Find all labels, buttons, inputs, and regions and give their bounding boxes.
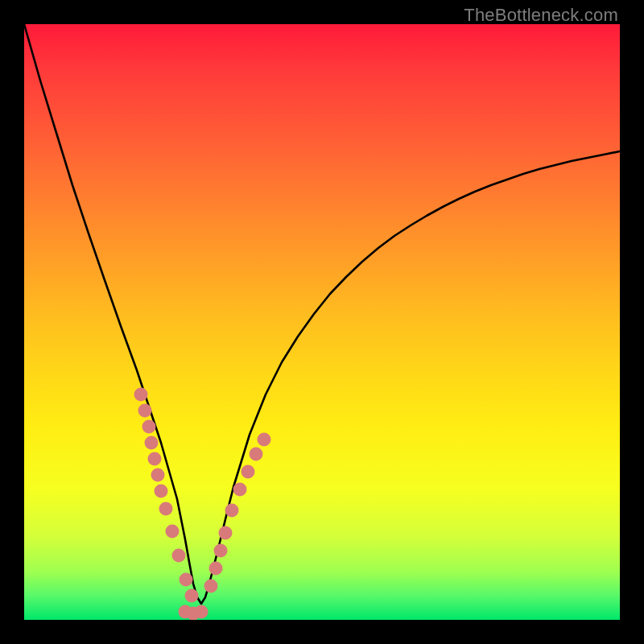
dot: [138, 404, 152, 418]
dot: [166, 525, 180, 539]
plot-area: [24, 24, 620, 620]
dot: [142, 420, 156, 434]
chart-svg: [24, 24, 620, 620]
dots-left: [134, 388, 199, 603]
dot: [250, 448, 263, 461]
dot: [172, 549, 186, 563]
dot: [148, 452, 162, 466]
dot: [195, 605, 208, 619]
dot: [258, 433, 271, 447]
dots-bottom: [179, 605, 208, 621]
dot: [204, 580, 218, 593]
dot: [219, 526, 233, 540]
dot: [209, 562, 223, 576]
bottleneck-curve: [24, 24, 620, 604]
watermark-text: TheBottleneck.com: [464, 5, 618, 26]
dot: [134, 388, 148, 402]
dot: [225, 504, 239, 518]
dot: [233, 483, 247, 497]
dot: [151, 469, 165, 482]
dot: [145, 436, 159, 450]
dots-right: [204, 433, 271, 593]
dot: [214, 544, 228, 558]
dot: [155, 485, 168, 498]
dot: [159, 502, 173, 516]
dot: [180, 573, 193, 587]
chart-frame: TheBottleneck.com: [0, 0, 644, 644]
dot: [242, 465, 255, 479]
dot: [185, 589, 199, 603]
